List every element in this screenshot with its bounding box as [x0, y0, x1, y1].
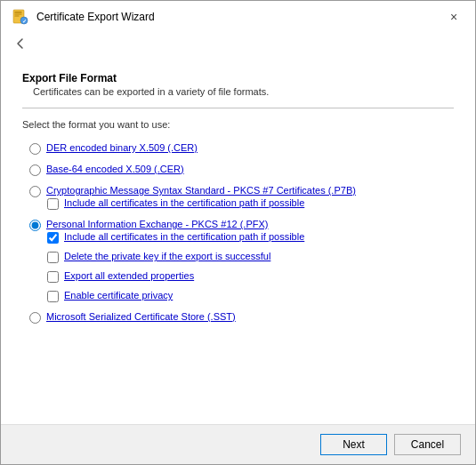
list-item: Enable certificate privacy	[47, 290, 454, 302]
divider	[22, 108, 454, 108]
pfx-delete-key-checkbox[interactable]	[47, 252, 59, 263]
title-bar-left: ✓ Certificate Export Wizard	[12, 8, 155, 26]
next-button[interactable]: Next	[320, 434, 387, 455]
pfx-export-all-label[interactable]: Export all extended properties	[64, 270, 194, 281]
list-item: Delete the private key if the export is …	[47, 251, 454, 263]
list-item: Microsoft Serialized Certificate Store (…	[29, 311, 454, 324]
pkcs7-include-chain-label[interactable]: Include all certificates in the certific…	[64, 197, 304, 208]
prompt-text: Select the format you want to use:	[22, 119, 454, 130]
pfx-privacy-label[interactable]: Enable certificate privacy	[64, 290, 173, 301]
base64-radio[interactable]	[29, 164, 41, 176]
pfx-privacy-checkbox[interactable]	[47, 291, 59, 302]
dialog: ✓ Certificate Export Wizard × Export Fil…	[0, 0, 476, 465]
svg-rect-1	[15, 12, 22, 13]
sst-radio[interactable]	[29, 312, 41, 324]
pkcs7-include-chain-checkbox[interactable]	[47, 198, 59, 210]
back-icon	[13, 36, 28, 51]
list-item: DER encoded binary X.509 (.CER)	[29, 142, 454, 155]
svg-rect-3	[15, 16, 20, 17]
title-bar: ✓ Certificate Export Wizard ×	[1, 1, 475, 33]
section-description: Certificates can be exported in a variet…	[33, 86, 454, 97]
pkcs7-label[interactable]: Cryptographic Message Syntax Standard - …	[46, 185, 356, 196]
list-item: Include all certificates in the certific…	[47, 231, 454, 244]
back-button[interactable]	[12, 35, 29, 52]
option-group: DER encoded binary X.509 (.CER) Base-64 …	[29, 142, 454, 324]
sst-label[interactable]: Microsoft Serialized Certificate Store (…	[46, 311, 236, 322]
base64-label[interactable]: Base-64 encoded X.509 (.CER)	[46, 164, 184, 174]
pfx-include-chain-checkbox[interactable]	[47, 232, 59, 244]
nav-bar	[1, 33, 475, 58]
list-item: Personal Information Exchange - PKCS #12…	[29, 219, 454, 302]
list-item: Include all certificates in the certific…	[47, 197, 454, 210]
svg-text:✓: ✓	[22, 19, 27, 24]
list-item: Cryptographic Message Syntax Standard - …	[29, 185, 454, 210]
pfx-export-all-checkbox[interactable]	[47, 271, 59, 283]
list-item: Export all extended properties	[47, 270, 454, 283]
der-radio[interactable]	[29, 143, 41, 155]
pfx-radio[interactable]	[29, 220, 41, 231]
pfx-delete-key-label[interactable]: Delete the private key if the export is …	[64, 251, 270, 261]
section-title: Export File Format	[22, 72, 454, 84]
pfx-radio-row: Personal Information Exchange - PKCS #12…	[29, 219, 454, 231]
footer: Next Cancel	[1, 424, 475, 464]
section-header: Export File Format Certificates can be e…	[22, 72, 454, 97]
pfx-include-chain-label[interactable]: Include all certificates in the certific…	[64, 231, 304, 242]
content-area: Export File Format Certificates can be e…	[1, 58, 475, 424]
title-text: Certificate Export Wizard	[36, 11, 155, 23]
close-button[interactable]: ×	[443, 6, 464, 28]
list-item: Base-64 encoded X.509 (.CER)	[29, 164, 454, 176]
pfx-label[interactable]: Personal Information Exchange - PKCS #12…	[46, 219, 268, 229]
pkcs7-sub-options: Include all certificates in the certific…	[47, 197, 454, 210]
der-label[interactable]: DER encoded binary X.509 (.CER)	[46, 142, 198, 153]
pfx-sub-options: Include all certificates in the certific…	[47, 231, 454, 302]
svg-rect-2	[15, 14, 22, 15]
cert-icon: ✓	[12, 8, 29, 26]
pkcs7-radio-row: Cryptographic Message Syntax Standard - …	[29, 185, 454, 197]
pkcs7-radio[interactable]	[29, 186, 41, 197]
cancel-button[interactable]: Cancel	[394, 434, 461, 455]
